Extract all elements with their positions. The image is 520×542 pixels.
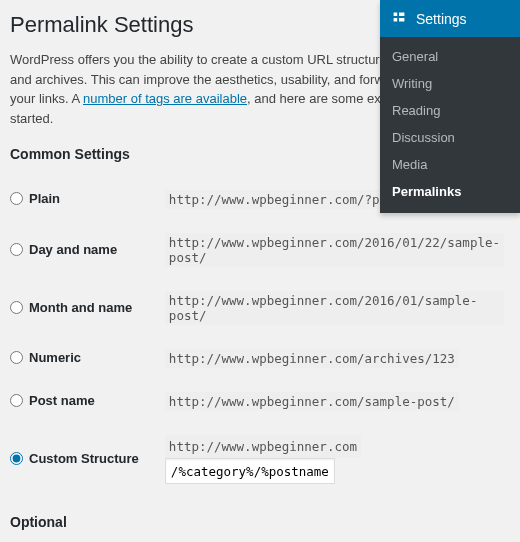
radio-numeric[interactable]	[10, 351, 23, 364]
option-row-dayname: Day and name http://www.wpbeginner.com/2…	[10, 221, 504, 279]
option-custom-label: Custom Structure	[29, 451, 139, 466]
option-monthname-url: http://www.wpbeginner.com/2016/01/sample…	[165, 291, 504, 325]
option-dayname[interactable]: Day and name	[10, 242, 117, 257]
option-monthname[interactable]: Month and name	[10, 300, 132, 315]
option-dayname-url: http://www.wpbeginner.com/2016/01/22/sam…	[165, 233, 504, 267]
option-numeric[interactable]: Numeric	[10, 350, 81, 365]
option-custom[interactable]: Custom Structure	[10, 451, 139, 466]
flyout-body: GeneralWritingReadingDiscussionMediaPerm…	[380, 37, 520, 213]
option-plain[interactable]: Plain	[10, 191, 60, 206]
custom-structure-input[interactable]	[165, 458, 335, 484]
optional-heading: Optional	[10, 514, 504, 530]
radio-postname[interactable]	[10, 394, 23, 407]
flyout-header[interactable]: Settings	[380, 0, 520, 37]
option-dayname-label: Day and name	[29, 242, 117, 257]
tags-available-link[interactable]: number of tags are available	[83, 91, 247, 106]
option-row-monthname: Month and name http://www.wpbeginner.com…	[10, 279, 504, 337]
option-plain-url: http://www.wpbeginner.com/?p=123	[165, 190, 414, 209]
option-postname-label: Post name	[29, 393, 95, 408]
option-row-custom: Custom Structure http://www.wpbeginner.c…	[10, 423, 504, 496]
option-postname-url: http://www.wpbeginner.com/sample-post/	[165, 392, 459, 411]
option-row-numeric: Numeric http://www.wpbeginner.com/archiv…	[10, 337, 504, 380]
flyout-item-reading[interactable]: Reading	[380, 97, 520, 124]
flyout-item-general[interactable]: General	[380, 43, 520, 70]
option-postname[interactable]: Post name	[10, 393, 95, 408]
option-row-postname: Post name http://www.wpbeginner.com/samp…	[10, 380, 504, 423]
flyout-item-media[interactable]: Media	[380, 151, 520, 178]
radio-plain[interactable]	[10, 192, 23, 205]
radio-custom[interactable]	[10, 452, 23, 465]
option-monthname-label: Month and name	[29, 300, 132, 315]
radio-dayname[interactable]	[10, 243, 23, 256]
radio-monthname[interactable]	[10, 301, 23, 314]
option-plain-label: Plain	[29, 191, 60, 206]
flyout-item-permalinks[interactable]: Permalinks	[380, 178, 520, 205]
option-numeric-label: Numeric	[29, 350, 81, 365]
settings-flyout: Settings GeneralWritingReadingDiscussion…	[380, 0, 520, 213]
flyout-item-discussion[interactable]: Discussion	[380, 124, 520, 151]
permalink-options-table: Plain http://www.wpbeginner.com/?p=123 D…	[10, 178, 504, 496]
option-custom-base: http://www.wpbeginner.com	[165, 435, 361, 458]
flyout-header-label: Settings	[416, 11, 467, 27]
option-numeric-url: http://www.wpbeginner.com/archives/123	[165, 349, 459, 368]
settings-icon	[390, 8, 408, 29]
flyout-item-writing[interactable]: Writing	[380, 70, 520, 97]
